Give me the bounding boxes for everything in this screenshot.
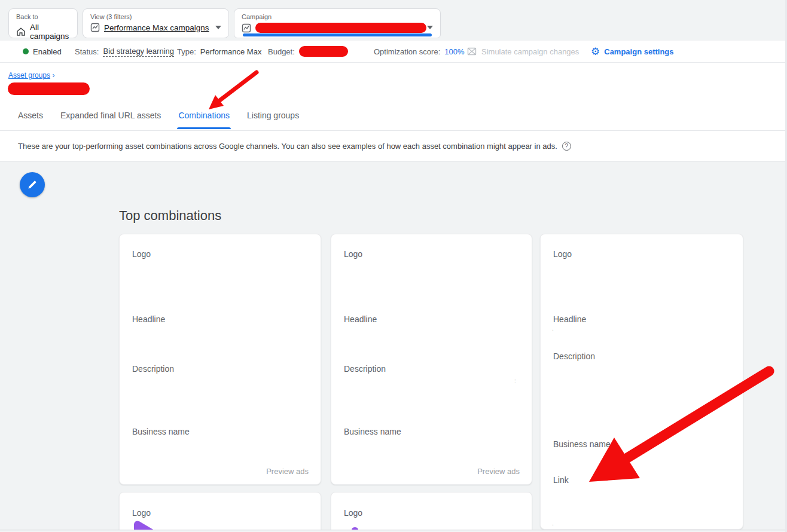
campaign-status-bar: Enabled Status: Bid strategy learning Ty…: [0, 41, 787, 63]
top-selector-bar: Back to All campaigns View (3 filters) P…: [0, 0, 787, 41]
info-banner: These are your top-performing asset comb…: [0, 130, 787, 161]
redaction-artifact: .: [552, 325, 554, 332]
link-label: Link: [553, 475, 569, 485]
back-to-all-campaigns-button[interactable]: Back to All campaigns: [8, 8, 78, 38]
campaign-settings-button[interactable]: ⚙ Campaign settings: [591, 41, 674, 62]
enabled-status-dot: [23, 48, 29, 54]
selected-tab-underline: [177, 127, 231, 129]
top-combinations-heading: Top combinations: [119, 208, 221, 224]
redaction-artifact: .: [552, 520, 554, 527]
campaign-dropdown-focus-underline: [243, 33, 432, 36]
view-value: Performance Max campaigns: [104, 23, 209, 32]
campaign-chart-icon: [242, 23, 251, 33]
enabled-label: Enabled: [33, 47, 62, 56]
tab-bar: Assets Expanded final URL assets Combina…: [18, 103, 299, 127]
redacted-asset-group-name: [8, 82, 90, 95]
asset-combination-card: Logo Headline Description Business name …: [331, 234, 532, 485]
logo-label: Logo: [344, 507, 362, 518]
preview-ads-link[interactable]: Preview ads: [266, 467, 309, 476]
redaction-artifact: :: [514, 378, 516, 384]
chevron-down-icon: [427, 26, 433, 29]
preview-ads-link[interactable]: Preview ads: [477, 467, 520, 476]
status-label: Status:: [75, 47, 99, 56]
tab-expanded-final-url-assets[interactable]: Expanded final URL assets: [60, 103, 161, 127]
logo-label: Logo: [344, 249, 362, 259]
asset-group-nav-area: Asset groups › Assets Expanded final URL…: [0, 63, 787, 130]
chevron-down-icon: [215, 26, 221, 29]
asset-combination-card: Logo: [331, 492, 532, 532]
view-filters-label: View (3 filters): [90, 13, 221, 21]
type-field: Type: Performance Max: [177, 41, 261, 62]
all-campaigns-label: All campaigns: [30, 23, 70, 41]
edit-fab-button[interactable]: [20, 172, 45, 197]
optimization-score-label: Optimization score:: [374, 47, 440, 56]
combinations-content: Top combinations Logo Headline Descripti…: [0, 161, 787, 532]
redacted-campaign-name: [255, 23, 426, 33]
info-banner-text: These are your top-performing asset comb…: [18, 142, 557, 151]
view-filter-dropdown[interactable]: View (3 filters) Performance Max campaig…: [83, 8, 229, 38]
back-to-label: Back to: [16, 13, 70, 21]
business-name-label: Business name: [553, 439, 611, 450]
pencil-icon: [27, 179, 38, 190]
budget-field: Budget:: [268, 41, 348, 62]
breadcrumb-separator: ›: [52, 71, 54, 80]
status-value[interactable]: Bid strategy learning: [103, 47, 174, 57]
enabled-status: Enabled: [23, 41, 62, 62]
simulate-campaign-changes-button: Simulate campaign changes: [466, 41, 579, 62]
headline-label: Headline: [132, 314, 165, 325]
logo-label: Logo: [132, 249, 151, 259]
logo-label: Logo: [553, 249, 572, 259]
headline-label: Headline: [344, 314, 377, 325]
type-value: Performance Max: [200, 47, 262, 56]
business-name-label: Business name: [344, 426, 401, 437]
campaign-label: Campaign: [242, 13, 433, 21]
google-ads-combinations-page: Back to All campaigns View (3 filters) P…: [0, 0, 787, 532]
home-icon: [16, 27, 26, 36]
campaign-chart-icon: [90, 23, 100, 32]
headline-label: Headline: [553, 314, 586, 325]
asset-combination-card: Logo: [119, 492, 321, 532]
campaign-dropdown[interactable]: Campaign: [234, 8, 441, 38]
type-label: Type:: [177, 47, 196, 56]
business-name-label: Business name: [132, 426, 190, 437]
budget-label: Budget:: [268, 47, 295, 56]
status-field: Status: Bid strategy learning: [75, 41, 174, 62]
simulate-icon: [466, 46, 477, 57]
asset-combination-card: Logo Headline Description Business name …: [119, 234, 321, 485]
description-label: Description: [132, 363, 174, 374]
breadcrumb[interactable]: Asset groups ›: [8, 71, 54, 80]
tab-assets[interactable]: Assets: [18, 103, 43, 127]
optimization-score-value[interactable]: 100%: [444, 47, 464, 56]
description-label: Description: [553, 351, 595, 362]
optimization-score-field: Optimization score: 100%: [374, 41, 465, 62]
help-icon[interactable]: ?: [562, 142, 571, 151]
asset-groups-link[interactable]: Asset groups: [8, 71, 50, 80]
description-label: Description: [344, 363, 386, 374]
logo-label: Logo: [132, 507, 151, 518]
tab-combinations[interactable]: Combinations: [178, 103, 230, 127]
asset-combination-card: Logo Headline . Description Business nam…: [540, 234, 743, 530]
redacted-budget-value: [299, 46, 348, 57]
campaign-settings-label: Campaign settings: [604, 47, 673, 56]
gear-icon: ⚙: [591, 47, 600, 57]
simulate-label: Simulate campaign changes: [481, 47, 579, 56]
horizontal-scrollbar[interactable]: [0, 530, 787, 532]
tab-listing-groups[interactable]: Listing groups: [247, 103, 299, 127]
